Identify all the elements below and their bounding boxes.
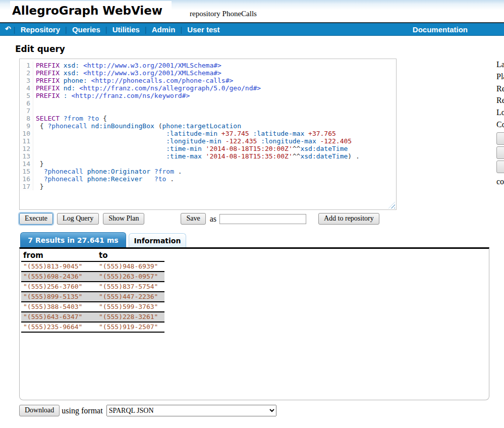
nav-item-documentation[interactable]: Documentation	[413, 25, 468, 34]
table-row[interactable]: "(555)813-9045""(555)948-6939"	[21, 261, 164, 272]
edit-initfile-button[interactable]: edit initfile	[496, 161, 504, 173]
as-label: as	[210, 215, 216, 224]
checkbox-label: Long parts	[496, 108, 504, 117]
results-body: "(555)813-9045""(555)948-6939""(555)698-…	[21, 261, 164, 332]
copy-link-to-query[interactable]: copy link to query	[496, 177, 504, 186]
column-header-to: to	[97, 250, 164, 261]
add-to-repository-button[interactable]: Add to repository	[318, 213, 379, 225]
nav-separator: |	[180, 25, 182, 34]
result-cell: "(555)599-3763"	[97, 302, 164, 312]
back-arrow-icon[interactable]: ↶	[5, 25, 11, 33]
results-header-row: fromto	[21, 250, 164, 261]
main-content: Edit query 1PREFIX xsd: <http://www.w3.o…	[0, 44, 504, 416]
code-line[interactable]: :time-max '2014-08-18T15:35:00Z'^^xsd:da…	[33, 152, 360, 160]
nav-item-queries[interactable]: Queries	[72, 25, 100, 34]
line-number: 16	[20, 175, 33, 183]
result-cell: "(555)235-9664"	[21, 322, 97, 332]
result-cell: "(555)919-2507"	[97, 322, 164, 332]
code-line[interactable]: PREFIX nd: <http://franz.com/ns/allegrog…	[33, 84, 261, 92]
option-checkboxes: ReasoningLong partsContexts	[496, 96, 504, 129]
line-number: 15	[20, 168, 33, 175]
show-plan-button[interactable]: Show Plan	[103, 213, 144, 225]
table-row[interactable]: "(555)235-9664""(555)919-2507"	[21, 322, 164, 332]
table-row[interactable]: "(555)899-5135""(555)447-2236"	[21, 292, 164, 302]
code-line[interactable]: ?phonecall phone:Originator ?from .	[33, 168, 182, 175]
nav-separator: |	[14, 25, 16, 34]
format-select[interactable]: SPARQL JSON	[106, 405, 276, 416]
result-cell: "(555)643-6347"	[21, 312, 97, 322]
line-number: 17	[20, 183, 33, 190]
result-cell: "(555)228-3261"	[97, 312, 164, 322]
table-row[interactable]: "(555)256-3760""(555)837-5754"	[21, 282, 164, 292]
nav-separator: |	[105, 25, 107, 34]
code-line[interactable]: SELECT ?from ?to {	[33, 115, 107, 122]
checkbox-label: Contexts	[496, 120, 504, 129]
page-title: Edit query	[15, 44, 504, 54]
tab-information[interactable]: Information	[129, 233, 186, 247]
add-a-namespace-button[interactable]: add a namespace	[496, 146, 504, 159]
tab-results[interactable]: 7 Results in 27.641 ms	[20, 232, 126, 247]
table-row[interactable]: "(555)388-5403""(555)599-3763"	[21, 302, 164, 312]
result-cell: "(555)447-2236"	[97, 292, 164, 302]
nav-item-repository[interactable]: Repository	[21, 25, 60, 34]
save-as-input[interactable]	[219, 214, 306, 224]
line-number: 5	[20, 92, 33, 99]
code-line[interactable]: }	[33, 160, 44, 168]
nav-menu: |Repository|Queries|Utilities|Admin|User…	[13, 25, 225, 34]
code-line[interactable]: :latitude-min +37.745 :latitude-max +37.…	[33, 130, 336, 137]
line-number: 2	[20, 69, 33, 77]
result-cell: "(555)388-5403"	[21, 302, 97, 312]
table-row[interactable]: "(555)698-2436""(555)263-0957"	[21, 272, 164, 282]
results-tabs: 7 Results in 27.641 ms Information	[20, 232, 489, 247]
nav-item-admin[interactable]: Admin	[152, 25, 176, 34]
nav-separator: |	[145, 25, 147, 34]
result-cell: "(555)263-0957"	[97, 272, 164, 282]
editor-lines: 1PREFIX xsd: <http://www.w3.org/2001/XML…	[20, 62, 396, 190]
code-line[interactable]: PREFIX xsd: <http://www.w3.org/2001/XMLS…	[33, 69, 221, 77]
planner-label: Planner:	[496, 72, 504, 81]
nav-item-user-test[interactable]: User test	[187, 25, 219, 34]
results-table: fromto "(555)813-9045""(555)948-6939""(5…	[21, 250, 164, 333]
line-number: 9	[20, 122, 33, 130]
table-row[interactable]: "(555)643-6347""(555)228-3261"	[21, 312, 164, 322]
namespace-buttons: Show namespacesadd a namespaceedit initf…	[496, 132, 504, 173]
query-toolbar: Execute Log Query Show Plan Save as Add …	[19, 213, 489, 225]
save-button[interactable]: Save	[181, 213, 205, 225]
resize-handle-icon[interactable]	[388, 202, 395, 208]
line-number: 12	[20, 145, 33, 152]
query-editor[interactable]: 1PREFIX xsd: <http://www.w3.org/2001/XML…	[19, 59, 397, 210]
code-line[interactable]: PREFIX xsd: <http://www.w3.org/2001/XMLS…	[33, 62, 221, 69]
show-namespaces-button[interactable]: Show namespaces	[496, 132, 504, 145]
line-number: 10	[20, 130, 33, 137]
nav-item-utilities[interactable]: Utilities	[113, 25, 140, 34]
code-line[interactable]: PREFIX : <http://franz.com/ns/keyword#>	[33, 92, 190, 99]
code-line[interactable]: :time-min '2014-08-18T15:20:00Z'^^xsd:da…	[33, 145, 348, 152]
nav-bar: ↶ |Repository|Queries|Utilities|Admin|Us…	[0, 22, 504, 36]
checkbox-label: Reasoning	[496, 96, 504, 105]
line-number: 4	[20, 84, 33, 92]
result-cell: "(555)813-9045"	[21, 261, 97, 272]
code-line[interactable]: { ?phonecall nd:inBoundingBox (phone:tar…	[33, 122, 241, 130]
code-line[interactable]	[33, 99, 40, 107]
app-header: AllegroGraph WebView repository PhoneCal…	[0, 0, 504, 22]
line-number: 13	[20, 152, 33, 160]
code-line[interactable]: PREFIX phone: <http://phonecalls.com/pho…	[33, 77, 233, 84]
line-number: 1	[20, 62, 33, 69]
result-cell: "(555)256-3760"	[21, 282, 97, 292]
execute-button[interactable]: Execute	[19, 213, 53, 225]
result-cell: "(555)948-6939"	[97, 261, 164, 272]
log-query-button[interactable]: Log Query	[57, 213, 99, 225]
download-row: Download using format SPARQL JSON	[19, 405, 489, 416]
code-line[interactable]: :longitude-min -122.435 :longitude-max -…	[33, 137, 352, 145]
code-line[interactable]: ?phonecall phone:Receiver ?to .	[33, 175, 174, 183]
language-label: Language:	[496, 60, 504, 69]
download-button[interactable]: Download	[19, 405, 60, 416]
result-limit-label: Result limit:	[496, 84, 504, 93]
code-line[interactable]	[33, 107, 40, 115]
using-format-label: using format	[62, 406, 102, 415]
line-number: 8	[20, 115, 33, 122]
query-options-sidebar: Language: SPARQL Planner: default Result…	[496, 59, 504, 186]
line-number: 6	[20, 99, 33, 107]
nav-separator: |	[65, 25, 67, 34]
code-line[interactable]: }	[33, 183, 44, 190]
